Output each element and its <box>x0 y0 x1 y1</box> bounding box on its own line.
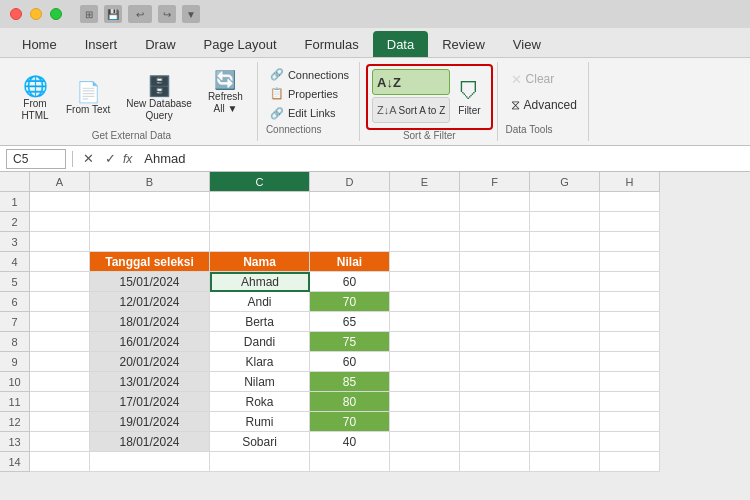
cell-b6[interactable]: 12/01/2024 <box>90 292 210 312</box>
clear-button[interactable]: ✕ Clear <box>506 66 582 92</box>
row-header-13[interactable]: 13 <box>0 432 30 452</box>
col-header-d[interactable]: D <box>310 172 390 192</box>
cell-e10[interactable] <box>390 372 460 392</box>
cell-f6[interactable] <box>460 292 530 312</box>
cell-g5[interactable] <box>530 272 600 292</box>
redo-icon[interactable]: ↪ <box>158 5 176 23</box>
cell-d2[interactable] <box>310 212 390 232</box>
row-header-14[interactable]: 14 <box>0 452 30 472</box>
cell-d4[interactable]: Nilai <box>310 252 390 272</box>
cell-f12[interactable] <box>460 412 530 432</box>
cell-b13[interactable]: 18/01/2024 <box>90 432 210 452</box>
col-header-e[interactable]: E <box>390 172 460 192</box>
cell-c10[interactable]: Nilam <box>210 372 310 392</box>
row-header-4[interactable]: 4 <box>0 252 30 272</box>
row-header-2[interactable]: 2 <box>0 212 30 232</box>
col-header-a[interactable]: A <box>30 172 90 192</box>
cell-b14[interactable] <box>90 452 210 472</box>
cell-d14[interactable] <box>310 452 390 472</box>
cell-f8[interactable] <box>460 332 530 352</box>
save-icon[interactable]: 💾 <box>104 5 122 23</box>
cell-f4[interactable] <box>460 252 530 272</box>
cell-d1[interactable] <box>310 192 390 212</box>
row-header-8[interactable]: 8 <box>0 332 30 352</box>
cell-g9[interactable] <box>530 352 600 372</box>
cell-e8[interactable] <box>390 332 460 352</box>
col-header-f[interactable]: F <box>460 172 530 192</box>
cell-h14[interactable] <box>600 452 660 472</box>
cell-f5[interactable] <box>460 272 530 292</box>
cell-a14[interactable] <box>30 452 90 472</box>
cell-c3[interactable] <box>210 232 310 252</box>
advanced-button[interactable]: ⧖ Advanced <box>506 92 582 118</box>
fullscreen-button[interactable] <box>50 8 62 20</box>
cell-e9[interactable] <box>390 352 460 372</box>
cell-a13[interactable] <box>30 432 90 452</box>
cell-g12[interactable] <box>530 412 600 432</box>
cell-d8[interactable]: 75 <box>310 332 390 352</box>
cell-e12[interactable] <box>390 412 460 432</box>
cell-f7[interactable] <box>460 312 530 332</box>
col-header-c[interactable]: C <box>210 172 310 192</box>
tab-insert[interactable]: Insert <box>71 31 132 57</box>
undo-icon[interactable]: ↩ <box>128 5 152 23</box>
cell-c14[interactable] <box>210 452 310 472</box>
cell-h7[interactable] <box>600 312 660 332</box>
cell-e1[interactable] <box>390 192 460 212</box>
cell-f14[interactable] <box>460 452 530 472</box>
cell-h10[interactable] <box>600 372 660 392</box>
cell-c7[interactable]: Berta <box>210 312 310 332</box>
cell-b8[interactable]: 16/01/2024 <box>90 332 210 352</box>
cell-b3[interactable] <box>90 232 210 252</box>
cell-e3[interactable] <box>390 232 460 252</box>
from-text-button[interactable]: 📄 From Text <box>60 68 116 130</box>
row-header-10[interactable]: 10 <box>0 372 30 392</box>
cell-c1[interactable] <box>210 192 310 212</box>
cell-e7[interactable] <box>390 312 460 332</box>
cell-c4[interactable]: Nama <box>210 252 310 272</box>
cell-g6[interactable] <box>530 292 600 312</box>
cell-a4[interactable] <box>30 252 90 272</box>
cell-f3[interactable] <box>460 232 530 252</box>
row-header-9[interactable]: 9 <box>0 352 30 372</box>
cell-g11[interactable] <box>530 392 600 412</box>
row-header-7[interactable]: 7 <box>0 312 30 332</box>
cell-b9[interactable]: 20/01/2024 <box>90 352 210 372</box>
cell-g4[interactable] <box>530 252 600 272</box>
row-header-11[interactable]: 11 <box>0 392 30 412</box>
grid-icon[interactable]: ⊞ <box>80 5 98 23</box>
filter-button[interactable]: ⛉ Filter <box>452 69 486 125</box>
cell-g3[interactable] <box>530 232 600 252</box>
cell-c8[interactable]: Dandi <box>210 332 310 352</box>
cell-f10[interactable] <box>460 372 530 392</box>
tab-view[interactable]: View <box>499 31 555 57</box>
cell-g8[interactable] <box>530 332 600 352</box>
cell-h11[interactable] <box>600 392 660 412</box>
cell-a5[interactable] <box>30 272 90 292</box>
row-header-5[interactable]: 5 <box>0 272 30 292</box>
cell-e11[interactable] <box>390 392 460 412</box>
cell-a7[interactable] <box>30 312 90 332</box>
cell-d12[interactable]: 70 <box>310 412 390 432</box>
cell-e5[interactable] <box>390 272 460 292</box>
col-header-b[interactable]: B <box>90 172 210 192</box>
cell-g13[interactable] <box>530 432 600 452</box>
cell-b12[interactable]: 19/01/2024 <box>90 412 210 432</box>
from-html-button[interactable]: 🌐 FromHTML <box>14 68 56 130</box>
cell-h8[interactable] <box>600 332 660 352</box>
edit-links-button[interactable]: 🔗 Edit Links <box>266 105 353 122</box>
cell-d6[interactable]: 70 <box>310 292 390 312</box>
cell-g10[interactable] <box>530 372 600 392</box>
tab-formulas[interactable]: Formulas <box>291 31 373 57</box>
cell-a9[interactable] <box>30 352 90 372</box>
cell-f1[interactable] <box>460 192 530 212</box>
cell-c11[interactable]: Roka <box>210 392 310 412</box>
cell-e2[interactable] <box>390 212 460 232</box>
cell-d5[interactable]: 60 <box>310 272 390 292</box>
cell-h5[interactable] <box>600 272 660 292</box>
cell-h12[interactable] <box>600 412 660 432</box>
cell-g2[interactable] <box>530 212 600 232</box>
confirm-formula-icon[interactable]: ✓ <box>101 150 119 168</box>
cell-f11[interactable] <box>460 392 530 412</box>
cell-reference-box[interactable]: C5 <box>6 149 66 169</box>
